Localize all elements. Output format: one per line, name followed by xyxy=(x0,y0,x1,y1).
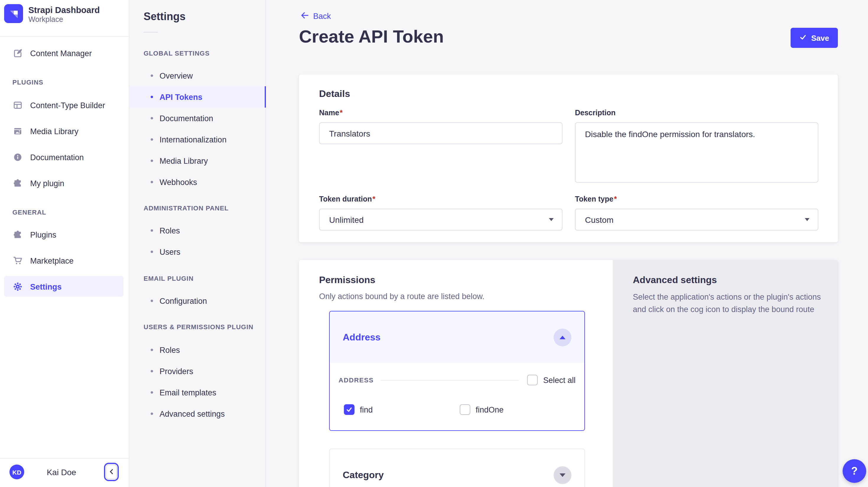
token-duration-select[interactable]: Unlimited xyxy=(319,209,562,231)
settings-item-overview[interactable]: Overview xyxy=(129,65,266,86)
name-field-group: Name* xyxy=(319,109,562,144)
settings-sidebar: Settings GLOBAL SETTINGS Overview API To… xyxy=(129,0,266,487)
collapse-sidebar-button[interactable] xyxy=(104,463,119,481)
bullet-icon xyxy=(151,96,153,98)
save-button[interactable]: Save xyxy=(790,28,838,48)
settings-item-advanced-settings[interactable]: Advanced settings xyxy=(129,403,266,424)
gear-icon xyxy=(13,282,23,292)
permissions-section: Permissions Only actions bound by a rout… xyxy=(299,260,838,487)
address-group-label: ADDRESS xyxy=(339,376,374,384)
advanced-settings-panel: Advanced settings Select the application… xyxy=(613,260,838,487)
settings-sidebar-title: Settings xyxy=(144,11,186,23)
info-icon xyxy=(13,152,23,162)
settings-item-documentation[interactable]: Documentation xyxy=(129,108,266,129)
sidebar-item-content-manager[interactable]: Content Manager xyxy=(0,42,129,64)
administration-panel-header: ADMINISTRATION PANEL xyxy=(144,205,229,212)
collapse-button-inner-ring xyxy=(106,464,117,479)
settings-item-internationalization[interactable]: Internationalization xyxy=(129,129,266,150)
chevron-up-icon xyxy=(560,335,565,339)
address-accordion-body: ADDRESS Select all xyxy=(330,363,584,430)
name-input[interactable] xyxy=(319,122,562,144)
select-all-label: Select all xyxy=(543,375,576,385)
cart-icon xyxy=(13,256,23,265)
address-accordion-title: Address xyxy=(343,332,380,342)
findone-label: findOne xyxy=(476,405,504,414)
settings-item-up-roles[interactable]: Roles xyxy=(129,339,266,361)
settings-item-admin-users[interactable]: Users xyxy=(129,241,266,263)
name-label: Name* xyxy=(319,109,562,118)
required-asterisk: * xyxy=(614,195,617,203)
settings-item-api-tokens[interactable]: API Tokens xyxy=(129,86,266,108)
bullet-icon xyxy=(151,117,153,119)
category-accordion-header[interactable]: Category xyxy=(330,449,584,487)
image-icon xyxy=(13,126,23,136)
advanced-settings-description: Select the application's actions or the … xyxy=(633,291,829,315)
collapse-accordion-button[interactable] xyxy=(554,328,571,346)
strapi-admin-app: Strapi Dashboard Workplace Content Manag… xyxy=(0,0,868,487)
sidebar-item-label: Settings xyxy=(30,282,62,291)
advanced-settings-heading: Advanced settings xyxy=(633,275,717,285)
main-content: Back Create API Token Save Details Name* xyxy=(266,0,868,487)
address-actions-row: find findOne xyxy=(339,404,576,415)
permission-action: findOne xyxy=(460,404,576,415)
page-title: Create API Token xyxy=(299,27,444,47)
plugins-section-header: PLUGINS xyxy=(12,79,43,86)
permission-action: find xyxy=(344,404,460,415)
sidebar-item-media-library[interactable]: Media Library xyxy=(0,121,129,142)
puzzle-icon xyxy=(13,230,23,239)
required-asterisk: * xyxy=(373,195,375,203)
sidebar-item-label: My plugin xyxy=(30,179,64,188)
bullet-icon xyxy=(151,229,153,232)
settings-item-configuration[interactable]: Configuration xyxy=(129,290,266,311)
settings-item-email-templates[interactable]: Email templates xyxy=(129,382,266,403)
settings-item-admin-roles[interactable]: Roles xyxy=(129,220,266,241)
sidebar-item-marketplace[interactable]: Marketplace xyxy=(0,250,129,271)
sidebar-item-content-type-builder[interactable]: Content-Type Builder xyxy=(0,95,129,116)
settings-item-providers[interactable]: Providers xyxy=(129,361,266,382)
sidebar-item-label: Content Manager xyxy=(30,49,92,58)
sidebar-item-documentation[interactable]: Documentation xyxy=(0,147,129,168)
layout-icon xyxy=(13,100,23,110)
back-link[interactable]: Back xyxy=(300,11,331,21)
select-all-checkbox[interactable] xyxy=(527,375,538,385)
settings-item-webhooks[interactable]: Webhooks xyxy=(129,172,266,193)
address-accordion-header[interactable]: Address xyxy=(330,311,584,363)
token-type-field-group: Token type* Custom xyxy=(575,195,818,231)
sidebar-item-label: Media Library xyxy=(30,127,79,135)
help-button[interactable]: ? xyxy=(843,459,866,483)
general-section-header: GENERAL xyxy=(12,209,46,216)
category-accordion: Category xyxy=(329,449,585,487)
category-accordion-title: Category xyxy=(343,469,384,480)
sidebar-item-settings[interactable]: Settings xyxy=(0,276,129,297)
findone-checkbox[interactable] xyxy=(460,404,470,415)
description-label: Description xyxy=(575,109,818,118)
sidebar-item-label: Documentation xyxy=(30,153,84,162)
bullet-icon xyxy=(151,181,153,183)
required-asterisk: * xyxy=(340,109,343,117)
bullet-icon xyxy=(151,300,153,302)
token-duration-label: Token duration* xyxy=(319,195,562,204)
avatar[interactable]: KD xyxy=(9,464,24,479)
token-duration-field-group: Token duration* Unlimited xyxy=(319,195,562,231)
strapi-logo-icon xyxy=(4,4,23,25)
expand-accordion-button[interactable] xyxy=(554,466,571,484)
details-card: Details Name* Description Disable the fi… xyxy=(299,74,838,242)
group-divider xyxy=(381,380,519,380)
description-textarea[interactable]: Disable the findOne permission for trans… xyxy=(575,122,818,183)
settings-item-media-library[interactable]: Media Library xyxy=(129,150,266,172)
find-checkbox[interactable] xyxy=(344,404,354,415)
bullet-icon xyxy=(151,349,153,351)
description-field-group: Description Disable the findOne permissi… xyxy=(575,109,818,185)
find-label: find xyxy=(360,405,373,414)
sidebar-item-plugins[interactable]: Plugins xyxy=(0,224,129,245)
permissions-panel: Permissions Only actions bound by a rout… xyxy=(299,260,613,487)
address-group-row: ADDRESS Select all xyxy=(339,375,576,385)
sidebar-item-my-plugin[interactable]: My plugin xyxy=(0,173,129,194)
bullet-icon xyxy=(151,251,153,253)
users-permissions-plugin-header: USERS & PERMISSIONS PLUGIN xyxy=(144,323,253,330)
brand[interactable]: Strapi Dashboard Workplace xyxy=(4,4,100,25)
token-type-select[interactable]: Custom xyxy=(575,209,818,231)
chevron-down-icon xyxy=(805,218,809,221)
global-settings-header: GLOBAL SETTINGS xyxy=(144,50,210,57)
puzzle-icon xyxy=(13,179,23,188)
